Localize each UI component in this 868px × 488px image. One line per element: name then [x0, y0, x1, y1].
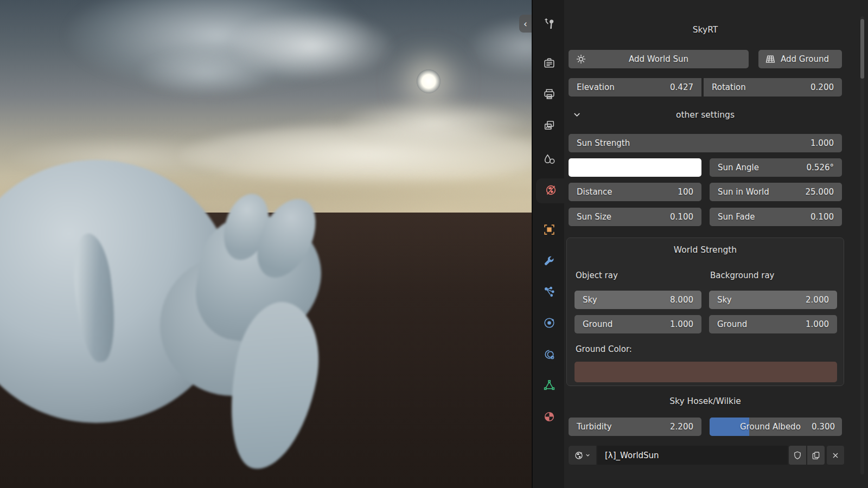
constraints-properties-icon	[542, 348, 556, 363]
tab-render-properties[interactable]	[533, 52, 565, 76]
sun-strength-field[interactable]: Sun Strength1.000	[569, 134, 842, 152]
background-ground-field[interactable]: Ground1.000	[709, 315, 837, 333]
rotation-field[interactable]: Rotation0.200	[704, 78, 842, 97]
tab-scene-properties[interactable]	[533, 147, 565, 172]
world-datablock-selector[interactable]	[569, 446, 596, 465]
tab-particle-properties[interactable]	[533, 280, 565, 305]
character-model[interactable]	[0, 0, 532, 488]
ground-color-swatch[interactable]	[575, 362, 837, 382]
ground-albedo-slider[interactable]: Ground Albedo 0.300	[710, 418, 842, 436]
world-strength-box: World Strength Object ray Background ray…	[566, 237, 844, 386]
world-properties-icon	[544, 183, 558, 199]
properties-tab-strip	[532, 0, 564, 488]
panel-scrollbar[interactable]	[860, 16, 864, 474]
grid-icon	[765, 54, 776, 65]
object-sky-field[interactable]: Sky8.000	[575, 291, 701, 309]
object-ground-field[interactable]: Ground1.000	[575, 315, 701, 333]
tab-modifier-properties[interactable]	[533, 249, 565, 274]
panel-title: SkyRT	[569, 25, 842, 35]
mesh-data-properties-icon	[542, 378, 556, 394]
new-copy-button[interactable]	[807, 446, 825, 465]
unlink-button[interactable]	[827, 446, 844, 465]
add-world-sun-button[interactable]: Add World Sun	[569, 50, 749, 68]
background-sky-field[interactable]: Sky2.000	[709, 291, 837, 309]
object-properties-icon	[542, 223, 556, 239]
world-icon	[574, 451, 584, 460]
sky-hosek-title: Sky Hosek/Wilkie	[569, 396, 842, 406]
sun-size-field[interactable]: Sun Size0.100	[569, 208, 701, 226]
tab-material-properties[interactable]	[533, 405, 565, 430]
shield-icon	[793, 451, 802, 460]
render-properties-icon	[542, 56, 556, 72]
tool-icon	[542, 17, 556, 33]
sun-fade-field[interactable]: Sun Fade0.100	[710, 208, 842, 226]
properties-panel: SkyRT Add World Sun Add Ground Elevation…	[564, 0, 868, 488]
distance-field[interactable]: Distance100	[569, 183, 701, 201]
modifier-properties-icon	[542, 254, 556, 269]
world-name-field[interactable]: [λ]_WorldSun	[597, 446, 788, 465]
3d-viewport[interactable]: ‹	[0, 0, 532, 488]
tab-object-properties[interactable]	[533, 218, 565, 243]
fake-user-shield-button[interactable]	[789, 446, 806, 465]
world-strength-title: World Strength	[567, 245, 844, 255]
close-x-icon	[831, 451, 840, 460]
tab-world-properties[interactable]	[536, 178, 565, 203]
sun-in-world-field[interactable]: Sun in World25.000	[710, 183, 842, 201]
sun-color-swatch[interactable]	[569, 158, 701, 177]
ground-color-label: Ground Color:	[576, 344, 632, 354]
particles-properties-icon	[542, 285, 556, 301]
copy-icon	[811, 451, 821, 460]
object-ray-label: Object ray	[576, 271, 618, 280]
scene-properties-icon	[542, 152, 556, 168]
sun-angle-field[interactable]: Sun Angle0.526°	[710, 158, 842, 177]
tab-physics-properties[interactable]	[533, 311, 565, 336]
viewlayer-properties-icon	[542, 119, 556, 134]
material-properties-icon	[542, 410, 556, 426]
output-properties-icon	[542, 87, 556, 103]
elevation-field[interactable]: Elevation0.427	[569, 78, 701, 97]
tab-output-properties[interactable]	[533, 82, 565, 107]
physics-properties-icon	[542, 316, 556, 332]
background-ray-label: Background ray	[710, 271, 775, 280]
chevron-left-icon: ‹	[524, 18, 527, 29]
blender-window: ‹	[0, 0, 868, 488]
tab-constraint-properties[interactable]	[533, 343, 565, 368]
sidebar-collapse-button[interactable]: ‹	[519, 15, 532, 33]
chevron-down-icon	[585, 452, 591, 458]
scrollbar-thumb[interactable]	[860, 19, 864, 79]
tab-tool[interactable]	[533, 12, 565, 37]
add-ground-button[interactable]: Add Ground	[758, 50, 842, 68]
turbidity-field[interactable]: Turbidity2.200	[569, 418, 701, 436]
tab-viewlayer-properties[interactable]	[533, 114, 565, 139]
sun-icon	[576, 54, 586, 65]
tab-data-properties[interactable]	[533, 374, 565, 399]
other-settings-header[interactable]: other settings	[569, 110, 842, 120]
